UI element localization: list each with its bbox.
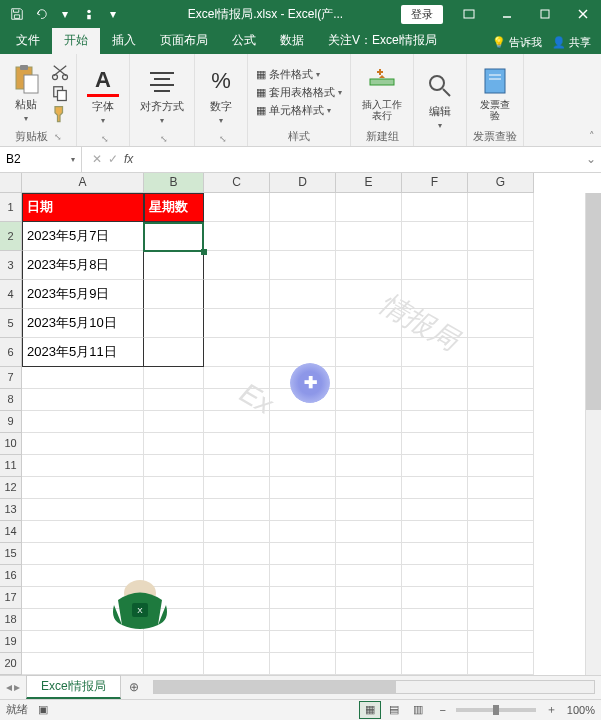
login-button[interactable]: 登录: [401, 5, 443, 24]
cell[interactable]: [336, 521, 402, 543]
cell[interactable]: [336, 587, 402, 609]
cell[interactable]: 2023年5月10日: [22, 309, 144, 338]
cell-style-button[interactable]: ▦单元格样式 ▾: [254, 102, 344, 119]
cell[interactable]: [468, 222, 534, 251]
cell[interactable]: [468, 631, 534, 653]
edit-button[interactable]: 编辑▾: [420, 68, 460, 132]
cell[interactable]: [144, 338, 204, 367]
qat-customize-icon[interactable]: ▾: [102, 3, 124, 25]
cell[interactable]: [22, 565, 144, 587]
cell[interactable]: [468, 280, 534, 309]
cell[interactable]: [144, 587, 204, 609]
tab-formula[interactable]: 公式: [220, 28, 268, 54]
cell[interactable]: [22, 499, 144, 521]
cell[interactable]: [144, 367, 204, 389]
share-button[interactable]: 👤 共享: [552, 35, 591, 50]
cell[interactable]: [204, 543, 270, 565]
cell[interactable]: [402, 280, 468, 309]
cell[interactable]: [270, 338, 336, 367]
row-header[interactable]: 18: [0, 609, 22, 631]
cell[interactable]: [204, 222, 270, 251]
cell[interactable]: [270, 609, 336, 631]
cell[interactable]: [402, 433, 468, 455]
cell[interactable]: [336, 280, 402, 309]
cut-icon[interactable]: [50, 62, 70, 82]
cell[interactable]: [204, 280, 270, 309]
select-all-button[interactable]: [0, 173, 22, 193]
undo-icon[interactable]: [30, 3, 52, 25]
row-header[interactable]: 13: [0, 499, 22, 521]
cell[interactable]: [336, 565, 402, 587]
cell[interactable]: [468, 251, 534, 280]
cell[interactable]: [336, 338, 402, 367]
cell[interactable]: [336, 653, 402, 675]
cell[interactable]: [336, 222, 402, 251]
cell[interactable]: [144, 521, 204, 543]
cell[interactable]: [22, 631, 144, 653]
cell[interactable]: [402, 389, 468, 411]
cell[interactable]: [402, 251, 468, 280]
cell[interactable]: 日期: [22, 193, 144, 222]
cell[interactable]: [468, 543, 534, 565]
cell[interactable]: [204, 309, 270, 338]
fill-handle[interactable]: [201, 249, 207, 255]
cell[interactable]: [402, 477, 468, 499]
cell[interactable]: [144, 251, 204, 280]
row-header[interactable]: 16: [0, 565, 22, 587]
font-button[interactable]: A 字体▾: [83, 63, 123, 127]
redo-dropdown-icon[interactable]: ▾: [54, 3, 76, 25]
cell[interactable]: [270, 631, 336, 653]
cell[interactable]: [270, 222, 336, 251]
cell[interactable]: [402, 193, 468, 222]
cell[interactable]: [402, 543, 468, 565]
cell[interactable]: [270, 521, 336, 543]
cell[interactable]: [468, 653, 534, 675]
cell[interactable]: [204, 433, 270, 455]
cell[interactable]: [204, 193, 270, 222]
cancel-icon[interactable]: ✕: [92, 152, 102, 166]
cell[interactable]: [468, 433, 534, 455]
column-header[interactable]: A: [22, 173, 144, 192]
minimize-icon[interactable]: [489, 0, 525, 28]
cell[interactable]: [144, 280, 204, 309]
cell[interactable]: [468, 367, 534, 389]
tab-follow[interactable]: 关注V：Excel情报局: [316, 28, 449, 54]
cell[interactable]: [402, 587, 468, 609]
tab-insert[interactable]: 插入: [100, 28, 148, 54]
row-header[interactable]: 2: [0, 222, 22, 251]
cell[interactable]: 2023年5月9日: [22, 280, 144, 309]
expand-formula-bar-icon[interactable]: ⌄: [581, 152, 601, 166]
dialog-launcher-icon[interactable]: ⤡: [101, 134, 109, 144]
cell[interactable]: [204, 477, 270, 499]
row-header[interactable]: 3: [0, 251, 22, 280]
cell[interactable]: [270, 587, 336, 609]
cell[interactable]: [22, 411, 144, 433]
copy-icon[interactable]: [50, 83, 70, 103]
zoom-in-icon[interactable]: ＋: [546, 702, 557, 717]
row-header[interactable]: 9: [0, 411, 22, 433]
cell[interactable]: [402, 338, 468, 367]
cell[interactable]: [22, 455, 144, 477]
page-break-view-icon[interactable]: ▥: [407, 701, 429, 719]
cell[interactable]: [402, 499, 468, 521]
cell[interactable]: [402, 455, 468, 477]
dialog-launcher-icon[interactable]: ⤡: [54, 132, 62, 142]
cell[interactable]: [270, 565, 336, 587]
cell[interactable]: [22, 433, 144, 455]
dialog-launcher-icon[interactable]: ⤡: [219, 134, 227, 144]
row-header[interactable]: 1: [0, 193, 22, 222]
insert-row-button[interactable]: 插入工作表行: [357, 63, 407, 123]
cell[interactable]: [270, 653, 336, 675]
cell[interactable]: [144, 222, 204, 251]
column-header[interactable]: C: [204, 173, 270, 192]
chevron-down-icon[interactable]: ▾: [71, 155, 75, 164]
cell[interactable]: [204, 521, 270, 543]
cell[interactable]: [336, 433, 402, 455]
cell[interactable]: 2023年5月8日: [22, 251, 144, 280]
cell[interactable]: [468, 411, 534, 433]
row-header[interactable]: 11: [0, 455, 22, 477]
cell[interactable]: [204, 389, 270, 411]
cell[interactable]: [468, 477, 534, 499]
formula-input[interactable]: [143, 147, 581, 171]
cell[interactable]: [402, 565, 468, 587]
